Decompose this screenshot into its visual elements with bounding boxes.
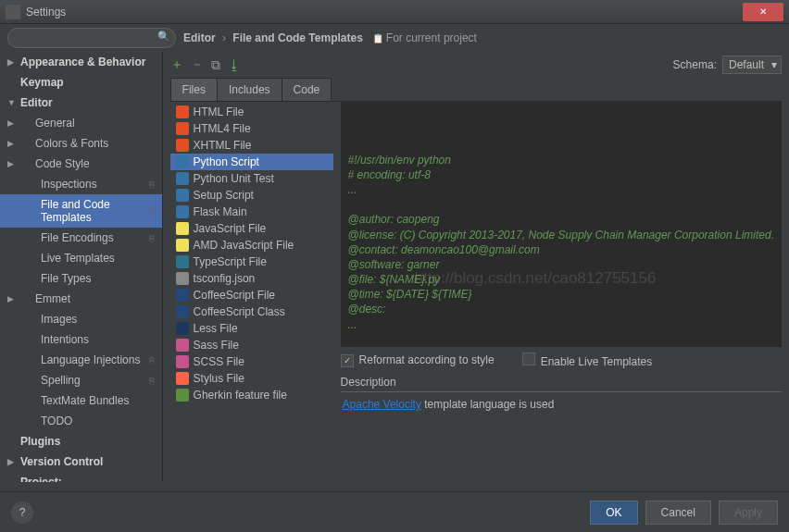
search-input[interactable] xyxy=(7,28,176,48)
description-label: Description xyxy=(341,376,782,389)
file-icon xyxy=(176,189,189,202)
live-templates-checkbox[interactable]: Enable Live Templates xyxy=(522,353,653,368)
template-item[interactable]: CoffeeScript Class xyxy=(170,303,333,320)
cancel-button[interactable]: Cancel xyxy=(645,501,711,525)
toolbar: ＋ － ⧉ ⭳ Schema: Default xyxy=(170,52,782,78)
sidebar-item[interactable]: Live Templates xyxy=(0,248,162,268)
schema-label: Schema: xyxy=(673,58,717,71)
template-item[interactable]: Sass File xyxy=(170,337,333,353)
file-icon xyxy=(176,255,189,268)
file-icon xyxy=(176,139,189,152)
template-item[interactable]: SCSS File xyxy=(170,353,333,370)
template-item[interactable]: CoffeeScript File xyxy=(170,287,333,303)
sidebar-item[interactable]: TODO xyxy=(0,411,162,431)
sidebar-item[interactable]: ▶Project: cbc.dataopr.etl.barn... xyxy=(0,472,162,482)
template-item[interactable]: tsconfig.json xyxy=(170,270,333,287)
main: ▶Appearance & BehaviorKeymap▼Editor▶Gene… xyxy=(0,52,789,482)
sidebar-item[interactable]: TextMate Bundles xyxy=(0,390,162,411)
sidebar-item[interactable]: Spelling⎘ xyxy=(0,370,162,390)
sidebar-item[interactable]: Images xyxy=(0,309,162,329)
template-item[interactable]: HTML4 File xyxy=(170,120,333,137)
file-icon xyxy=(176,339,189,352)
file-icon xyxy=(176,372,189,385)
file-icon xyxy=(176,289,189,302)
sidebar-item[interactable]: Inspections⎘ xyxy=(0,174,162,194)
description-text: template language is used xyxy=(421,398,554,411)
file-icon xyxy=(176,305,189,318)
titlebar: Settings xyxy=(0,0,789,24)
app-icon xyxy=(6,5,20,19)
ok-button[interactable]: OK xyxy=(590,501,637,525)
template-item[interactable]: HTML File xyxy=(170,104,333,120)
check-icon xyxy=(341,354,354,367)
sidebar-item[interactable]: ▶Appearance & Behavior xyxy=(0,52,162,72)
sidebar-item[interactable]: ▶Version Control xyxy=(0,452,162,472)
tab[interactable]: Code xyxy=(282,78,332,101)
file-icon xyxy=(176,322,189,335)
tab[interactable]: Files xyxy=(170,78,218,101)
template-item[interactable]: Python Unit Test xyxy=(170,170,333,187)
velocity-link[interactable]: Apache Velocity xyxy=(343,398,421,411)
header-row: Editor › File and Code Templates For cur… xyxy=(0,24,789,52)
template-item[interactable]: Less File xyxy=(170,320,333,337)
export-button[interactable]: ⭳ xyxy=(228,57,241,72)
sidebar-item[interactable]: Keymap xyxy=(0,72,162,93)
remove-button[interactable]: － xyxy=(191,56,204,73)
breadcrumb-a: Editor xyxy=(183,31,216,44)
breadcrumb-b: File and Code Templates xyxy=(232,31,362,44)
add-button[interactable]: ＋ xyxy=(170,56,183,73)
breadcrumb: Editor › File and Code Templates For cur… xyxy=(183,31,477,44)
template-item[interactable]: AMD JavaScript File xyxy=(170,237,333,254)
template-item[interactable]: JavaScript File xyxy=(170,220,333,237)
sidebar-item[interactable]: File Encodings⎘ xyxy=(0,228,162,248)
tabs: FilesIncludesCode xyxy=(170,78,782,102)
file-icon xyxy=(176,105,189,118)
help-button[interactable]: ? xyxy=(11,501,33,524)
sidebar-item[interactable]: ▼Editor xyxy=(0,93,162,113)
sidebar-item[interactable]: File and Code Templates⎘ xyxy=(0,194,162,228)
template-item[interactable]: Gherkin feature file xyxy=(170,387,333,403)
file-icon xyxy=(176,172,189,185)
template-item[interactable]: Python Script xyxy=(170,154,333,170)
file-icon xyxy=(176,239,189,252)
code-editor[interactable]: http://blog.csdn.net/cao812755156 #!/usr… xyxy=(341,102,782,347)
copy-button[interactable]: ⧉ xyxy=(211,57,220,73)
description-box: Apache Velocity template language is use… xyxy=(341,391,782,475)
sidebar-item[interactable]: Intentions xyxy=(0,329,162,350)
schema-select[interactable]: Default xyxy=(722,56,782,74)
file-icon xyxy=(176,355,189,368)
check-icon xyxy=(522,353,535,365)
file-icon xyxy=(176,122,189,135)
file-icon xyxy=(176,155,189,168)
template-item[interactable]: Setup Script xyxy=(170,187,333,204)
apply-button[interactable]: Apply xyxy=(719,501,778,525)
file-icon xyxy=(176,222,189,235)
template-list[interactable]: HTML FileHTML4 FileXHTML FilePython Scri… xyxy=(170,102,333,475)
content: ＋ － ⧉ ⭳ Schema: Default FilesIncludesCod… xyxy=(163,52,789,482)
template-item[interactable]: XHTML File xyxy=(170,137,333,154)
sidebar-item[interactable]: Plugins xyxy=(0,431,162,452)
template-item[interactable]: Stylus File xyxy=(170,370,333,387)
sidebar-item[interactable]: ▶Emmet xyxy=(0,289,162,309)
sidebar-item[interactable]: ▶Code Style xyxy=(0,154,162,174)
template-item[interactable]: Flask Main xyxy=(170,204,333,220)
sidebar-item[interactable]: ▶General xyxy=(0,113,162,133)
window-title: Settings xyxy=(26,6,743,19)
search-wrap xyxy=(7,28,176,48)
file-icon xyxy=(176,272,189,285)
project-scope-icon xyxy=(372,31,386,44)
sidebar[interactable]: ▶Appearance & BehaviorKeymap▼Editor▶Gene… xyxy=(0,52,163,482)
reformat-checkbox[interactable]: Reformat according to style xyxy=(341,353,495,367)
sidebar-item[interactable]: ▶Colors & Fonts xyxy=(0,133,162,154)
sidebar-item[interactable]: File Types xyxy=(0,268,162,289)
file-icon xyxy=(176,389,189,402)
footer: ? OK Cancel Apply xyxy=(0,491,789,532)
tab[interactable]: Includes xyxy=(217,78,282,101)
close-button[interactable] xyxy=(743,3,783,21)
template-item[interactable]: TypeScript File xyxy=(170,254,333,270)
file-icon xyxy=(176,205,189,218)
sidebar-item[interactable]: Language Injections⎘ xyxy=(0,350,162,370)
breadcrumb-scope: For current project xyxy=(386,31,477,44)
